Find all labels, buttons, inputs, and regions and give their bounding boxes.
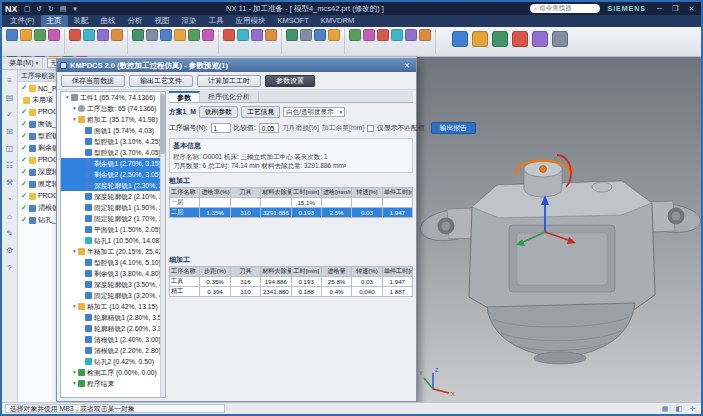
chamfer-icon[interactable] bbox=[202, 29, 214, 41]
tree-item-3[interactable]: 面铣1 (5.74%, 4.03) bbox=[61, 125, 165, 136]
dialog-close-icon[interactable]: ✕ bbox=[401, 61, 413, 70]
tree-item-17[interactable]: 深度轮廓铣3 (3.50%, 4.40) bbox=[61, 279, 165, 290]
ribbon-tab-10[interactable]: KMVDRM bbox=[315, 15, 360, 27]
tree-item-15[interactable]: 型腔铣3 (4.10%, 5.10) bbox=[61, 257, 165, 268]
process-info-button[interactable]: 工艺信息 bbox=[241, 106, 280, 118]
expander-icon[interactable]: ▾ bbox=[71, 367, 78, 378]
create-geometry-icon[interactable] bbox=[328, 29, 340, 41]
display-mode-combo[interactable]: 白色/透明度显示▾ bbox=[283, 107, 345, 117]
minimize-button[interactable]: ─ bbox=[653, 5, 666, 12]
tree-item-23[interactable]: 清根铣2 (2.20%, 2.80) bbox=[61, 345, 165, 356]
roles-icon[interactable]: ≡ bbox=[4, 75, 16, 86]
ribbon-tab-7[interactable]: 工具 bbox=[203, 15, 230, 27]
verify-toolpath-icon[interactable] bbox=[391, 29, 403, 41]
tree-item-13[interactable]: 钻孔1 (10.50%, 14.08) bbox=[61, 235, 165, 246]
parameter-settings-button[interactable]: 参数设置 bbox=[265, 75, 315, 87]
pattern-feature-icon[interactable] bbox=[223, 29, 235, 41]
paste-icon[interactable] bbox=[111, 29, 123, 41]
pan-icon[interactable]: ✛ bbox=[688, 404, 698, 413]
tree-item-22[interactable]: 清根铣1 (2.40%, 3.00) bbox=[61, 334, 165, 345]
tree-item-11[interactable]: 固定轮廓铣2 (1.70%, 2.20) bbox=[61, 213, 165, 224]
tree-item-24[interactable]: 钻孔2 (0.42%, 0.50) bbox=[61, 356, 165, 367]
postprocess-icon[interactable] bbox=[419, 29, 431, 41]
cut-icon[interactable] bbox=[83, 29, 95, 41]
operation-navigator-icon[interactable]: ◫ bbox=[4, 143, 16, 154]
ribbon-tab-2[interactable]: 装配 bbox=[68, 15, 95, 27]
ribbon-tab-5[interactable]: 视图 bbox=[149, 15, 176, 27]
tree-item-19[interactable]: ▾精加工 (10.42%, 13.15) bbox=[61, 301, 165, 312]
save-icon[interactable] bbox=[34, 29, 46, 41]
tree-item-18[interactable]: 固定轮廓铣3 (3.20%, 4.05) bbox=[61, 290, 165, 301]
assembly-navigator-icon[interactable]: ▤ bbox=[4, 92, 16, 103]
expander-icon[interactable]: ▾ bbox=[71, 378, 78, 389]
tree-item-7[interactable]: 剩余铣2 (2.50%, 3.05) bbox=[61, 169, 165, 180]
tree-item-0[interactable]: ▾工件1 (65.74%, 74.1366) bbox=[61, 92, 165, 103]
create-sketch-icon[interactable] bbox=[132, 29, 144, 41]
expander-icon[interactable]: ▾ bbox=[64, 92, 71, 103]
ribbon-tab-9[interactable]: KMSOFT bbox=[272, 15, 315, 27]
export-process-file-button[interactable]: 输出工艺文件 bbox=[129, 75, 193, 87]
assembly-constraints-icon[interactable] bbox=[314, 29, 326, 41]
edge-blend-icon[interactable] bbox=[188, 29, 200, 41]
ribbon-tab-6[interactable]: 渲染 bbox=[176, 15, 203, 27]
expander-icon[interactable]: ▾ bbox=[71, 301, 78, 312]
tree-item-14[interactable]: ▾半精加工 (20.15%, 25.42) bbox=[61, 246, 165, 257]
tree-scrollbar[interactable] bbox=[160, 92, 165, 397]
create-operation-icon[interactable] bbox=[363, 29, 375, 41]
tree-item-8[interactable]: 深度轮廓铣1 (2.30%, 2.85) bbox=[61, 180, 165, 191]
kmsoft-report-icon[interactable] bbox=[512, 31, 528, 47]
ribbon-tab-0[interactable]: 文件(F) bbox=[4, 15, 41, 27]
copy-icon[interactable] bbox=[97, 29, 109, 41]
create-tool-icon[interactable] bbox=[349, 29, 361, 41]
tree-item-1[interactable]: ▾工序总数: 65 (74.1366) bbox=[61, 103, 165, 114]
menu-button[interactable]: 菜单(M) ▾ bbox=[5, 58, 43, 68]
hole-feature-icon[interactable] bbox=[174, 29, 186, 41]
extrude-icon[interactable] bbox=[146, 29, 158, 41]
settings-icon[interactable]: ⚙ bbox=[4, 245, 16, 256]
tree-item-25[interactable]: ▾检测工序 (0.00%, 0.00) bbox=[61, 367, 165, 378]
new-file-icon[interactable] bbox=[6, 29, 18, 41]
notes-icon[interactable]: ✎ bbox=[4, 228, 16, 239]
tree-item-2[interactable]: ▾粗加工 (35.17%, 41.98) bbox=[61, 114, 165, 125]
restore-button[interactable]: ❒ bbox=[669, 5, 682, 13]
graphics-viewport[interactable]: X Y Z bbox=[417, 57, 701, 402]
output-report-button[interactable]: 输出报告 bbox=[431, 122, 476, 134]
datum-plane-icon[interactable] bbox=[265, 29, 277, 41]
machine-simulation-icon[interactable] bbox=[405, 29, 417, 41]
tree-item-10[interactable]: 固定轮廓铣1 (1.90%, 2.40) bbox=[61, 202, 165, 213]
command-finder[interactable]: ⌕ 命令查找器 bbox=[530, 4, 600, 13]
split-view-icon[interactable]: ◧ bbox=[674, 404, 684, 413]
part-navigator-icon[interactable]: ⊞ bbox=[4, 126, 16, 137]
dialog-title-bar[interactable]: KMPDCS 2.0 (数控加工过程仿真) - 参数预览(1) ✕ bbox=[57, 59, 416, 72]
ribbon-tab-1[interactable]: 主页 bbox=[41, 15, 68, 27]
kmsoft-import-icon[interactable] bbox=[472, 31, 488, 47]
tree-item-20[interactable]: 轮廓精铣1 (2.80%, 3.55) bbox=[61, 312, 165, 323]
tree-item-16[interactable]: 剩余铣3 (3.80%, 4.80) bbox=[61, 268, 165, 279]
tab-optimization-analysis[interactable]: 程序优化分析 bbox=[200, 91, 259, 102]
calc-machining-time-button[interactable]: 计算加工工时 bbox=[197, 75, 261, 87]
kmsoft-simulate-icon[interactable] bbox=[492, 31, 508, 47]
undo-icon[interactable] bbox=[48, 29, 60, 41]
ribbon-tab-4[interactable]: 分析 bbox=[122, 15, 149, 27]
tree-item-6[interactable]: 剩余铣1 (2.70%, 3.15) bbox=[61, 158, 165, 169]
revolve-icon[interactable] bbox=[160, 29, 172, 41]
origin-ball-icon[interactable] bbox=[540, 166, 547, 173]
expander-icon[interactable]: ▾ bbox=[71, 114, 78, 125]
redo-icon[interactable] bbox=[69, 29, 81, 41]
table-row[interactable]: 精工0.3943102341.8800.1880.4%0.0401.887 bbox=[170, 287, 413, 297]
tree-item-12[interactable]: 平面铣1 (1.50%, 2.05) bbox=[61, 224, 165, 235]
expander-icon[interactable]: ▾ bbox=[71, 246, 78, 257]
milling-params-button[interactable]: 铣削参数 bbox=[199, 106, 238, 118]
table-row[interactable]: 工真0.35%316194.8860.19325.8%0.031.947 bbox=[170, 277, 413, 287]
tab-parameters[interactable]: 参数 bbox=[169, 91, 200, 102]
close-button[interactable]: ✕ bbox=[685, 5, 698, 13]
kmsoft-settings-icon[interactable] bbox=[552, 31, 568, 47]
show-mismatch-checkbox[interactable] bbox=[367, 125, 374, 132]
home-icon[interactable]: ⌂ bbox=[4, 211, 16, 222]
table-row[interactable]: 一层15.1% bbox=[170, 198, 413, 208]
reuse-library-icon[interactable]: ☷ bbox=[4, 160, 16, 171]
table-row[interactable]: 二层1.35%3103291.8860.1932.5%0.031.947 bbox=[170, 208, 413, 218]
unite-boolean-icon[interactable] bbox=[237, 29, 249, 41]
ribbon-tab-8[interactable]: 应用模块 bbox=[230, 15, 272, 27]
subtract-boolean-icon[interactable] bbox=[251, 29, 263, 41]
